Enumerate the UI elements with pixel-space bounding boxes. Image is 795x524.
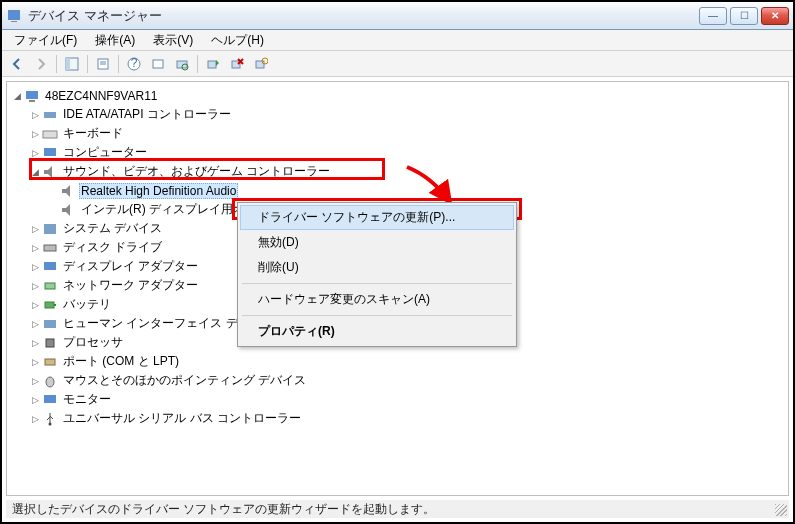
svg-rect-18 — [26, 91, 38, 99]
menu-bar: ファイル(F) 操作(A) 表示(V) ヘルプ(H) — [2, 30, 793, 51]
keyboard-icon — [42, 126, 58, 142]
maximize-button[interactable]: ☐ — [730, 7, 758, 25]
svg-rect-20 — [44, 112, 56, 118]
forward-button[interactable] — [30, 53, 52, 75]
expand-icon[interactable]: ▷ — [29, 281, 41, 291]
tree-view[interactable]: ◢ 48EZC4NNF9VAR11 ▷IDE ATA/ATAPI コントローラー… — [6, 81, 789, 496]
svg-rect-26 — [44, 224, 56, 234]
expand-icon[interactable]: ▷ — [29, 376, 41, 386]
status-bar: 選択したデバイスのドライバー ソフトウェアの更新ウィザードを起動します。 — [6, 500, 789, 518]
tree-item[interactable]: ▷コンピューター — [7, 143, 788, 162]
ctx-uninstall[interactable]: 削除(U) — [240, 255, 514, 280]
svg-rect-19 — [29, 100, 35, 102]
expand-icon[interactable]: ▷ — [29, 319, 41, 329]
update-driver-button[interactable] — [202, 53, 224, 75]
tree-root[interactable]: ◢ 48EZC4NNF9VAR11 — [7, 86, 788, 105]
computer-icon — [42, 145, 58, 161]
node-label: キーボード — [61, 125, 125, 142]
menu-action[interactable]: 操作(A) — [87, 30, 143, 51]
minimize-button[interactable]: — — [699, 7, 727, 25]
expand-icon[interactable]: ▷ — [29, 148, 41, 158]
help-button[interactable]: ? — [123, 53, 145, 75]
svg-rect-22 — [44, 148, 56, 156]
hid-icon — [42, 316, 58, 332]
svg-text:?: ? — [131, 57, 138, 70]
network-icon — [42, 278, 58, 294]
expand-icon[interactable]: ▷ — [29, 395, 41, 405]
menu-view[interactable]: 表示(V) — [145, 30, 201, 51]
properties-button[interactable] — [92, 53, 114, 75]
svg-rect-33 — [46, 339, 54, 347]
ctx-scan-hardware[interactable]: ハードウェア変更のスキャン(A) — [240, 287, 514, 312]
tree-item[interactable]: ▷ポート (COM と LPT) — [7, 352, 788, 371]
expand-icon[interactable]: ▷ — [29, 262, 41, 272]
node-label: IDE ATA/ATAPI コントローラー — [61, 106, 233, 123]
monitor-icon — [42, 392, 58, 408]
usb-icon — [42, 411, 58, 427]
node-label: ネットワーク アダプター — [61, 277, 200, 294]
system-icon — [42, 221, 58, 237]
svg-rect-3 — [66, 58, 70, 70]
uninstall-button[interactable] — [226, 53, 248, 75]
svg-rect-34 — [45, 359, 55, 365]
separator — [242, 283, 512, 284]
ctx-update-driver[interactable]: ドライバー ソフトウェアの更新(P)... — [240, 205, 514, 230]
tree-item[interactable]: ▷IDE ATA/ATAPI コントローラー — [7, 105, 788, 124]
tree-item[interactable]: ▷ユニバーサル シリアル バス コントローラー — [7, 409, 788, 428]
computer-icon — [24, 88, 40, 104]
expand-icon[interactable]: ▷ — [29, 110, 41, 120]
menu-help[interactable]: ヘルプ(H) — [203, 30, 272, 51]
node-label: 48EZC4NNF9VAR11 — [43, 89, 160, 103]
expand-icon[interactable]: ▷ — [29, 129, 41, 139]
node-label: コンピューター — [61, 144, 149, 161]
back-button[interactable] — [6, 53, 28, 75]
context-menu: ドライバー ソフトウェアの更新(P)... 無効(D) 削除(U) ハードウェア… — [237, 202, 517, 347]
node-label: ポート (COM と LPT) — [61, 353, 181, 370]
ctx-properties[interactable]: プロパティ(R) — [240, 319, 514, 344]
sound-icon — [42, 164, 58, 180]
close-button[interactable]: ✕ — [761, 7, 789, 25]
svg-marker-25 — [62, 204, 70, 216]
expand-icon[interactable]: ▷ — [29, 338, 41, 348]
svg-rect-1 — [11, 21, 17, 22]
collapse-icon[interactable]: ◢ — [29, 167, 41, 177]
cpu-icon — [42, 335, 58, 351]
node-label: モニター — [61, 391, 113, 408]
tree-item-sound[interactable]: ◢サウンド、ビデオ、およびゲーム コントローラー — [7, 162, 788, 181]
node-label: ユニバーサル シリアル バス コントローラー — [61, 410, 303, 427]
menu-file[interactable]: ファイル(F) — [6, 30, 85, 51]
svg-rect-36 — [44, 395, 56, 403]
svg-rect-28 — [44, 262, 56, 270]
svg-rect-27 — [44, 245, 56, 251]
svg-rect-29 — [45, 283, 55, 289]
expand-icon[interactable]: ▷ — [29, 243, 41, 253]
tree-item-realtek[interactable]: Realtek High Definition Audio — [7, 181, 788, 200]
expand-icon[interactable]: ▷ — [29, 224, 41, 234]
expand-icon[interactable]: ▷ — [29, 414, 41, 424]
tree-item[interactable]: ▷キーボード — [7, 124, 788, 143]
show-hide-tree-button[interactable] — [61, 53, 83, 75]
action-button[interactable] — [147, 53, 169, 75]
expand-icon[interactable]: ▷ — [29, 300, 41, 310]
controller-icon — [42, 107, 58, 123]
scan-hardware-button[interactable] — [171, 53, 193, 75]
node-label: マウスとそのほかのポインティング デバイス — [61, 372, 308, 389]
collapse-icon[interactable]: ◢ — [11, 91, 23, 101]
svg-point-37 — [49, 422, 52, 425]
tree-item[interactable]: ▷マウスとそのほかのポインティング デバイス — [7, 371, 788, 390]
expand-icon[interactable]: ▷ — [29, 357, 41, 367]
title-bar: デバイス マネージャー — ☐ ✕ — [2, 2, 793, 30]
separator — [242, 315, 512, 316]
ctx-disable[interactable]: 無効(D) — [240, 230, 514, 255]
mouse-icon — [42, 373, 58, 389]
node-label: プロセッサ — [61, 334, 125, 351]
window-title: デバイス マネージャー — [28, 7, 699, 25]
node-label: バッテリ — [61, 296, 113, 313]
svg-rect-32 — [44, 320, 56, 328]
disable-button[interactable] — [250, 53, 272, 75]
sound-icon — [60, 183, 76, 199]
tree-item[interactable]: ▷モニター — [7, 390, 788, 409]
node-label: ディスク ドライブ — [61, 239, 164, 256]
svg-rect-9 — [153, 60, 163, 68]
toolbar: ? — [2, 51, 793, 77]
